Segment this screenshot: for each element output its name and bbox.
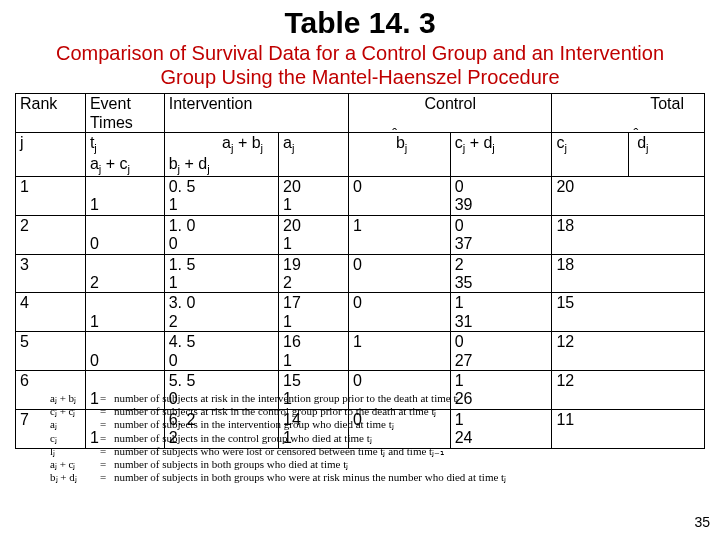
cell: 12 bbox=[552, 332, 705, 371]
table-row: 1 1 0. 51 201 0 039 20 bbox=[16, 177, 705, 216]
cell: 0 bbox=[349, 293, 451, 332]
cell: 235 bbox=[450, 254, 552, 293]
cell: 4. 50 bbox=[164, 332, 278, 371]
cell: 15 bbox=[552, 293, 705, 332]
cell: 0 bbox=[349, 371, 451, 410]
cell: 0 bbox=[349, 177, 451, 216]
cell: 11 bbox=[552, 409, 705, 448]
hdr-tot-col1: cj bbox=[552, 132, 628, 176]
cell: 037 bbox=[450, 215, 552, 254]
cell-j: 3 bbox=[16, 254, 86, 293]
cell: 124 bbox=[450, 409, 552, 448]
cell-j: 4 bbox=[16, 293, 86, 332]
def-row: aⱼ + cⱼ=number of subjects in both group… bbox=[50, 458, 506, 471]
cell-t: 1 bbox=[85, 293, 164, 332]
table-row: 4 1 3. 02 171 0 131 15 bbox=[16, 293, 705, 332]
cell: 1. 00 bbox=[164, 215, 278, 254]
page-number: 35 bbox=[694, 514, 710, 530]
cell: 0. 51 bbox=[164, 177, 278, 216]
cell: 039 bbox=[450, 177, 552, 216]
table-row: 5 0 4. 50 161 1 027 12 bbox=[16, 332, 705, 371]
header-row-1: Rank Event Times Intervention Control To… bbox=[16, 94, 705, 133]
cell: 126 bbox=[450, 371, 552, 410]
header-row-2: j tj aj + cj aj + bj bj + dj aj bj cj + … bbox=[16, 132, 705, 176]
cell: 141 bbox=[279, 409, 349, 448]
cell: 1 bbox=[349, 215, 451, 254]
hdr-tj: tj aj + cj bbox=[85, 132, 164, 176]
cell-j: 1 bbox=[16, 177, 86, 216]
cell: 5. 50 bbox=[164, 371, 278, 410]
cell-t: 1 bbox=[85, 177, 164, 216]
cell: 151 bbox=[279, 371, 349, 410]
cell-t: 1 bbox=[85, 371, 164, 410]
cell-t: 1 bbox=[85, 409, 164, 448]
cell: 1. 51 bbox=[164, 254, 278, 293]
table-title: Table 14. 3 bbox=[0, 6, 720, 40]
cell: 161 bbox=[279, 332, 349, 371]
cell: 20 bbox=[552, 177, 705, 216]
cell-j: 2 bbox=[16, 215, 86, 254]
table-row: 2 0 1. 00 201 1 037 18 bbox=[16, 215, 705, 254]
cell: 027 bbox=[450, 332, 552, 371]
hdr-j: j bbox=[16, 132, 86, 176]
cell: 131 bbox=[450, 293, 552, 332]
cell-j: 7 bbox=[16, 409, 86, 448]
table-row: 6 1 5. 50 151 0 126 12 bbox=[16, 371, 705, 410]
hdr-rank: Rank bbox=[16, 94, 86, 133]
hdr-tot-col2: dj bbox=[628, 132, 704, 176]
hdr-control: Control bbox=[349, 94, 552, 133]
table-subtitle: Comparison of Survival Data for a Contro… bbox=[30, 42, 690, 89]
cell: 3. 02 bbox=[164, 293, 278, 332]
hdr-int-col2: aj bbox=[279, 132, 349, 176]
hdr-total: Total bbox=[552, 94, 705, 133]
hdr-intervention: Intervention bbox=[164, 94, 348, 133]
cell: 18 bbox=[552, 254, 705, 293]
cell: 0 bbox=[349, 254, 451, 293]
cell: 1 bbox=[349, 332, 451, 371]
cell-t: 2 bbox=[85, 254, 164, 293]
cell-t: 0 bbox=[85, 215, 164, 254]
hdr-int-col1: aj + bj bj + dj bbox=[164, 132, 278, 176]
table-row: 3 2 1. 51 192 0 235 18 bbox=[16, 254, 705, 293]
cell-t: 0 bbox=[85, 332, 164, 371]
cell: 18 bbox=[552, 215, 705, 254]
table-row: 7 1 6. 22 141 0 124 11 bbox=[16, 409, 705, 448]
cell: 192 bbox=[279, 254, 349, 293]
cell-j: 6 bbox=[16, 371, 86, 410]
hdr-ctl-col1: bj bbox=[349, 132, 451, 176]
hdr-ctl-col2: cj + dj bbox=[450, 132, 552, 176]
cell: 171 bbox=[279, 293, 349, 332]
def-row: bⱼ + dⱼ=number of subjects in both group… bbox=[50, 471, 506, 484]
cell: 201 bbox=[279, 177, 349, 216]
cell: 201 bbox=[279, 215, 349, 254]
cell-j: 5 bbox=[16, 332, 86, 371]
cell: 12 bbox=[552, 371, 705, 410]
hdr-event: Event Times bbox=[85, 94, 164, 133]
survival-table: Rank Event Times Intervention Control To… bbox=[15, 93, 705, 448]
cell: 6. 22 bbox=[164, 409, 278, 448]
cell: 0 bbox=[349, 409, 451, 448]
